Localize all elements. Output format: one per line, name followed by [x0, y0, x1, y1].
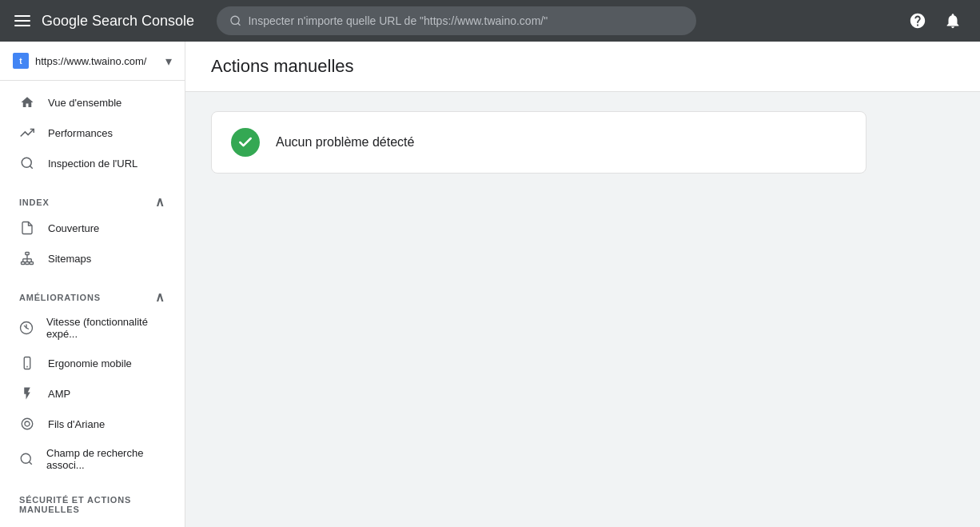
- svg-rect-0: [14, 15, 30, 17]
- scroll-down-icon: [86, 524, 99, 527]
- sidebar-item-performances[interactable]: Performances: [0, 118, 178, 148]
- sidebar-label-performances: Performances: [48, 127, 113, 139]
- section-ameliorations-label: Améliorations: [19, 293, 101, 302]
- sidebar-item-vue-ensemble[interactable]: Vue d'ensemble: [0, 87, 178, 118]
- svg-line-4: [238, 23, 241, 26]
- sidebar-label-vitesse: Vitesse (fonctionnalité expé...: [46, 316, 159, 340]
- sidebar-label-couverture: Couverture: [48, 222, 99, 234]
- mobile-icon: [19, 356, 35, 370]
- speed-icon: [19, 321, 34, 335]
- main-content: Actions manuelles Aucun problème détecté: [185, 42, 980, 527]
- sidebar-label-fils-ariane: Fils d'Ariane: [48, 418, 105, 430]
- search-field-icon: [19, 452, 34, 466]
- status-card: Aucun problème détecté: [211, 111, 866, 174]
- site-selector[interactable]: t https://www.twaino.com/ ▾: [0, 42, 185, 81]
- svg-rect-9: [26, 262, 30, 265]
- home-icon: [19, 95, 35, 110]
- sitemap-icon: [19, 251, 35, 265]
- sidebar-item-couverture[interactable]: Couverture: [0, 213, 178, 243]
- page-header: Actions manuelles: [185, 42, 980, 92]
- svg-line-6: [30, 166, 32, 168]
- site-favicon: t: [13, 53, 29, 69]
- app-title: Google Search Console: [42, 13, 194, 30]
- help-button[interactable]: [903, 6, 932, 35]
- header-right: [903, 6, 967, 35]
- svg-point-20: [25, 421, 30, 426]
- layout: t https://www.twaino.com/ ▾ Vue d'ensemb…: [0, 42, 980, 527]
- svg-rect-8: [22, 262, 26, 265]
- inspection-search-icon: [19, 156, 35, 170]
- menu-icon[interactable]: [13, 13, 32, 29]
- file-icon: [19, 221, 35, 235]
- sidebar-item-fils-ariane[interactable]: Fils d'Ariane: [0, 409, 178, 439]
- svg-point-3: [231, 16, 239, 24]
- svg-rect-17: [24, 357, 30, 369]
- top-header: Google Search Console: [0, 0, 980, 42]
- search-input[interactable]: [248, 14, 683, 27]
- index-collapse-icon[interactable]: ∧: [155, 194, 165, 210]
- sidebar-label-champ-recherche: Champ de recherche associ...: [46, 447, 159, 471]
- sidebar-label-vue-ensemble: Vue d'ensemble: [48, 97, 122, 109]
- svg-point-21: [21, 453, 30, 463]
- status-message: Aucun problème détecté: [276, 135, 414, 150]
- page-title: Actions manuelles: [211, 56, 954, 77]
- search-bar: [217, 6, 696, 35]
- content-area: Aucun problème détecté: [185, 92, 980, 193]
- svg-rect-2: [14, 25, 30, 26]
- sidebar-label-inspection: Inspection de l'URL: [48, 158, 137, 170]
- section-securite-header: Sécurité et actions manuelles: [0, 485, 185, 517]
- svg-rect-10: [30, 262, 34, 265]
- section-index-label: Index: [19, 198, 50, 207]
- sidebar-item-ergonomie[interactable]: Ergonomie mobile: [0, 348, 178, 378]
- bolt-icon: [19, 386, 35, 401]
- sidebar-item-inspection[interactable]: Inspection de l'URL: [0, 148, 178, 178]
- svg-rect-1: [14, 20, 30, 22]
- sidebar: t https://www.twaino.com/ ▾ Vue d'ensemb…: [0, 42, 185, 527]
- section-securite-label: Sécurité et actions manuelles: [19, 495, 131, 514]
- sidebar-item-vitesse[interactable]: Vitesse (fonctionnalité expé...: [0, 308, 178, 348]
- check-circle-icon: [231, 128, 260, 157]
- trending-up-icon: [19, 126, 35, 140]
- notification-button[interactable]: [938, 6, 967, 35]
- svg-point-5: [22, 158, 31, 167]
- section-index-header: Index ∧: [0, 185, 185, 213]
- ameliorations-collapse-icon[interactable]: ∧: [155, 289, 165, 305]
- breadcrumb-icon: [19, 417, 35, 431]
- svg-point-19: [22, 418, 33, 429]
- section-ameliorations-header: Améliorations ∧: [0, 280, 185, 308]
- sidebar-item-amp[interactable]: AMP: [0, 378, 178, 409]
- sidebar-item-sitemaps[interactable]: Sitemaps: [0, 243, 178, 273]
- search-icon: [229, 14, 241, 27]
- svg-rect-7: [26, 253, 30, 255]
- sidebar-label-amp: AMP: [48, 388, 70, 400]
- sidebar-label-sitemaps: Sitemaps: [48, 253, 91, 265]
- dropdown-arrow-icon: ▾: [165, 54, 172, 69]
- site-url: https://www.twaino.com/: [35, 55, 159, 67]
- sidebar-item-champ-recherche[interactable]: Champ de recherche associ...: [0, 439, 178, 479]
- svg-line-22: [29, 461, 31, 464]
- sidebar-label-ergonomie: Ergonomie mobile: [48, 357, 132, 369]
